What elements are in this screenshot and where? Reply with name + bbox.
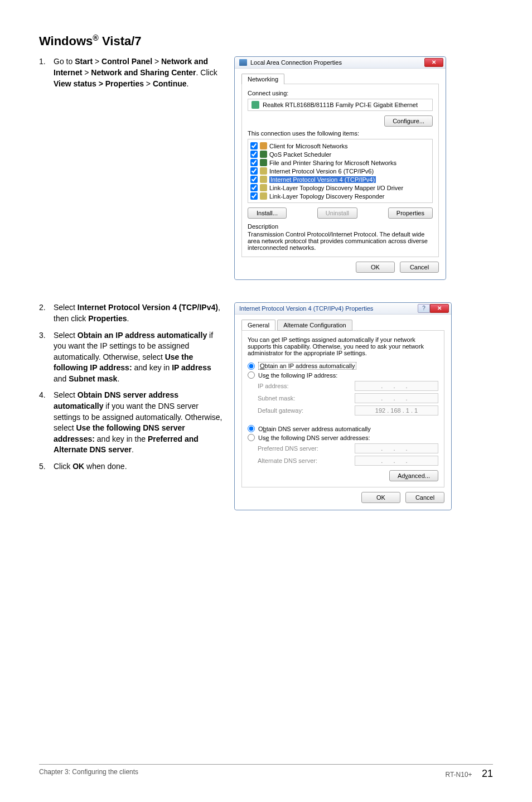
item-icon [260,151,267,158]
footer-model: RT-N10+ [445,771,472,779]
instruction-step: 3.Select Obtain an IP address automatica… [39,330,223,385]
dialog-title: Local Area Connection Properties [250,59,342,66]
list-item[interactable]: Internet Protocol Version 6 (TCP/IPv6) [250,167,430,175]
ipv4-properties-dialog: Internet Protocol Version 4 (TCP/IPv4) P… [234,302,452,510]
instruction-step: 4.Select Obtain DNS server address autom… [39,390,223,456]
footer-page: 21 [482,768,493,779]
item-icon [260,192,267,200]
ip-field: . . . [355,381,438,391]
instruction-step: 2.Select Internet Protocol Version 4 (TC… [39,302,223,324]
gateway-label: Default gateway: [258,407,355,414]
advanced-button[interactable]: Advanced... [389,470,438,481]
install-button[interactable]: Install... [248,207,287,219]
adns-field: . . . [355,456,438,466]
connection-items-list[interactable]: Client for Microsoft NetworksQoS Packet … [248,139,433,203]
item-icon [260,167,267,175]
close-icon[interactable]: ✕ [430,304,449,313]
radio-obtain-dns[interactable]: Obtain DNS server address automatically [248,425,438,432]
tab-alternate[interactable]: Alternate Configuration [277,320,352,331]
dialog-titlebar: Internet Protocol Version 4 (TCP/IPv4) P… [235,303,451,315]
page-footer: Chapter 3: Configuring the clients RT-N1… [39,764,493,780]
adns-label: Alternate DNS server: [258,457,355,464]
radio-obtain-ip[interactable]: Obtain an IP address automatically [248,362,438,370]
list-item[interactable]: Link-Layer Topology Discovery Mapper I/O… [250,183,430,192]
pdns-field: . . . [355,443,438,453]
pdns-label: Preferred DNS server: [258,445,355,452]
ok-button[interactable]: OK [361,492,400,503]
description-label: Description [248,223,433,230]
list-item[interactable]: Link-Layer Topology Discovery Responder [250,192,430,200]
cancel-button[interactable]: Cancel [405,492,444,503]
gateway-field: 192 . 168 . 1 . 1 [355,405,438,416]
radio-use-dns[interactable]: Use the following DNS server addresses: [248,434,438,441]
items-label: This connection uses the following items… [248,130,433,137]
ip-label: IP address: [258,383,355,389]
item-icon [260,142,267,149]
connect-using-label: Connect using: [248,90,433,96]
radio-use-ip[interactable]: Use the following IP address: [248,371,438,379]
item-icon [260,159,267,166]
description-text: Transmission Control Protocol/Internet P… [248,231,433,251]
cancel-button[interactable]: Cancel [400,262,439,273]
uninstall-button[interactable]: Uninstall [317,207,357,219]
close-icon[interactable]: ✕ [424,58,443,67]
page-heading: Windows® Vista/7 [39,33,493,49]
adapter-field: Realtek RTL8168B/8111B Family PCI-E Giga… [248,99,433,111]
list-item[interactable]: File and Printer Sharing for Microsoft N… [250,158,430,167]
properties-button[interactable]: Properties [388,207,433,219]
list-item[interactable]: QoS Packet Scheduler [250,150,430,158]
list-item[interactable]: Internet Protocol Version 4 (TCP/IPv4) [250,175,430,183]
list-item[interactable]: Client for Microsoft Networks [250,142,430,150]
dialog-titlebar: Local Area Connection Properties ✕ [235,57,446,69]
ok-button[interactable]: OK [356,262,395,273]
subnet-label: Subnet mask: [258,395,355,402]
dialog-title: Internet Protocol Version 4 (TCP/IPv4) P… [239,305,373,312]
instruction-step: 5.Click OK when done. [39,461,223,472]
network-icon [239,59,247,66]
item-icon [260,184,267,191]
help-icon[interactable]: ? [418,304,430,313]
intro-text: You can get IP settings assigned automat… [248,336,438,356]
footer-chapter: Chapter 3: Configuring the clients [39,768,138,780]
lan-properties-dialog: Local Area Connection Properties ✕ Netwo… [234,56,446,280]
tab-general[interactable]: General [241,320,275,330]
configure-button[interactable]: Configure... [384,115,433,127]
instruction-step: 1.Go to Start > Control Panel > Network … [39,56,223,89]
subnet-field: . . . [355,393,438,403]
adapter-icon [252,101,259,109]
tab-networking[interactable]: Networking [241,74,284,84]
item-icon [260,176,267,183]
